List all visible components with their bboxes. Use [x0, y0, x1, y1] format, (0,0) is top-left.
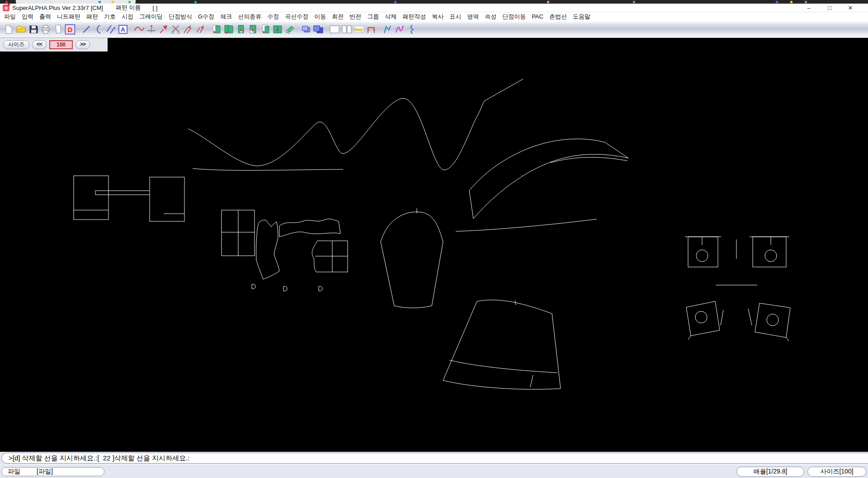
menu-item-20[interactable]: 복사 — [432, 13, 443, 21]
menu-item-4[interactable]: 패턴 — [86, 13, 98, 21]
strip-dot — [805, 1, 807, 3]
menu-item-7[interactable]: 그레이딩 — [139, 13, 163, 21]
curve-node-icon[interactable] — [393, 23, 406, 36]
menu-item-8[interactable]: 단점방식 — [169, 13, 192, 21]
copy-line-icon[interactable] — [194, 23, 206, 36]
open-folder-icon[interactable] — [15, 23, 27, 36]
svg-text:D: D — [67, 26, 72, 33]
status-bar: 파일 [파일] 배율[1/29.8] 사이즈[100] — [0, 464, 868, 478]
cut-tool-icon[interactable] — [170, 23, 182, 36]
piece-merge-icon[interactable] — [271, 23, 283, 36]
minimize-button[interactable]: – — [798, 4, 819, 12]
menu-item-2[interactable]: 출력 — [39, 13, 51, 21]
menu-item-5[interactable]: 기호 — [104, 13, 116, 21]
menu-item-14[interactable]: 이동 — [314, 13, 326, 21]
menu-item-1[interactable]: 입력 — [22, 13, 33, 21]
menu-item-9[interactable]: G수정 — [198, 13, 214, 21]
parallel-line-icon[interactable] — [104, 23, 117, 36]
strip-dot — [394, 1, 396, 3]
piece-move-icon[interactable] — [259, 23, 271, 36]
strip-dot — [112, 1, 114, 3]
print-icon[interactable] — [39, 23, 52, 36]
page-setup-icon[interactable] — [52, 23, 64, 36]
menu-item-15[interactable]: 회전 — [332, 13, 344, 21]
perpendicular-tool-icon[interactable] — [145, 23, 157, 36]
block-pieces-left[interactable] — [74, 176, 184, 221]
menu-item-24[interactable]: 단점이동 — [502, 13, 526, 21]
toolbar-group — [210, 23, 296, 36]
sheet-small-icon[interactable] — [300, 23, 312, 36]
eraser-icon[interactable] — [283, 23, 296, 36]
file-status-field[interactable]: 파일 [파일] — [1, 467, 104, 476]
close-button[interactable]: ✕ — [840, 4, 861, 12]
measure-zigzag-icon[interactable] — [406, 23, 418, 36]
piece-copy-icon[interactable] — [210, 23, 222, 36]
save-icon[interactable] — [27, 23, 39, 36]
delete-mode-icon[interactable]: D — [64, 23, 76, 36]
strip-dot — [194, 1, 197, 3]
menu-item-18[interactable]: 삭제 — [385, 13, 396, 21]
stretch-line-icon[interactable] — [182, 23, 194, 36]
menu-item-17[interactable]: 그룹 — [367, 13, 379, 21]
size-value-field[interactable]: 100 — [49, 40, 73, 49]
size-prev-button[interactable]: << — [32, 40, 47, 49]
command-bar: >[d] 삭제할 선을 지시하세요.:[ 22 ]삭제할 선을 지시하세요.: — [0, 452, 868, 464]
menu-item-26[interactable]: 촌법선 — [549, 13, 567, 21]
size-status-button[interactable]: 사이즈[100] — [807, 467, 866, 477]
menu-item-27[interactable]: 도움말 — [573, 13, 590, 21]
svg-text:A: A — [121, 26, 125, 33]
line-tool-icon[interactable] — [80, 23, 92, 36]
small-pieces-right[interactable] — [685, 237, 790, 341]
file-status-label: 파일 — [8, 468, 20, 476]
pattern-name-value: [ ] — [153, 5, 158, 11]
drawing-canvas[interactable]: 사이즈 << 100 >> — [0, 38, 868, 452]
app-icon: α — [3, 5, 9, 11]
bend-arrow-icon[interactable] — [157, 23, 170, 36]
piece-paste-icon[interactable] — [222, 23, 235, 36]
node-edit-icon[interactable] — [381, 23, 393, 36]
menu-item-23[interactable]: 속성 — [485, 13, 496, 21]
curve-tool-icon[interactable] — [92, 23, 104, 36]
menu-item-22[interactable]: 영역 — [467, 13, 479, 21]
menu-item-0[interactable]: 파일 — [4, 13, 16, 21]
menu-item-12[interactable]: 수정 — [267, 13, 279, 21]
browser-strip — [0, 0, 868, 4]
toolbar-group: PAC — [328, 23, 377, 36]
browser-strip-tab — [16, 0, 136, 4]
menu-item-19[interactable]: 패턴작성 — [402, 13, 426, 21]
curved-band-piece[interactable] — [456, 139, 628, 232]
sheet-large-icon[interactable] — [312, 23, 324, 36]
toolbar-group — [381, 23, 418, 36]
dimension-line-icon[interactable] — [365, 23, 377, 36]
maximize-button[interactable]: □ — [819, 4, 840, 12]
skirt-panel-piece[interactable] — [443, 300, 561, 389]
command-prompt-field[interactable]: >[d] 삭제할 선을 지시하세요.:[ 22 ]삭제할 선을 지시하세요.: — [1, 453, 868, 464]
size-toolbar: 사이즈 << 100 >> — [0, 38, 108, 52]
menu-item-6[interactable]: 시접 — [122, 13, 133, 21]
menu-item-21[interactable]: 표시 — [449, 13, 461, 21]
toolbar-group: A — [80, 23, 129, 36]
size-next-button[interactable]: >> — [75, 40, 90, 49]
arc-tool-icon[interactable] — [133, 23, 145, 36]
freehand-curve[interactable] — [188, 79, 523, 170]
menu-item-3[interactable]: 니트패턴 — [57, 13, 80, 21]
frame-icon[interactable] — [328, 23, 340, 36]
menu-item-16[interactable]: 반전 — [349, 13, 361, 21]
menu-item-10[interactable]: 체크 — [220, 13, 232, 21]
bucket-piece[interactable] — [381, 208, 443, 308]
new-file-icon[interactable] — [3, 23, 15, 36]
pac-icon[interactable]: PAC — [353, 23, 365, 36]
frame-double-icon[interactable] — [340, 23, 353, 36]
menu-bar: 파일입력출력니트패턴패턴기호시접그레이딩단점방식G수정체크선의종류수정곡선수정이… — [0, 12, 868, 21]
menu-item-11[interactable]: 선의종류 — [238, 13, 261, 21]
text-tool-icon[interactable]: A — [117, 23, 129, 36]
pattern-drawing[interactable] — [0, 38, 868, 452]
strip-dot — [99, 1, 101, 3]
menu-item-13[interactable]: 곡선수정 — [285, 13, 308, 21]
piece-extract-icon[interactable] — [235, 23, 247, 36]
size-label-button[interactable]: 사이즈 — [3, 40, 29, 49]
piece-split-icon[interactable] — [247, 23, 259, 36]
zoom-ratio-button[interactable]: 배율[1/29.8] — [736, 467, 804, 477]
bodice-pieces[interactable] — [222, 210, 348, 291]
menu-item-25[interactable]: PAC — [532, 13, 543, 20]
